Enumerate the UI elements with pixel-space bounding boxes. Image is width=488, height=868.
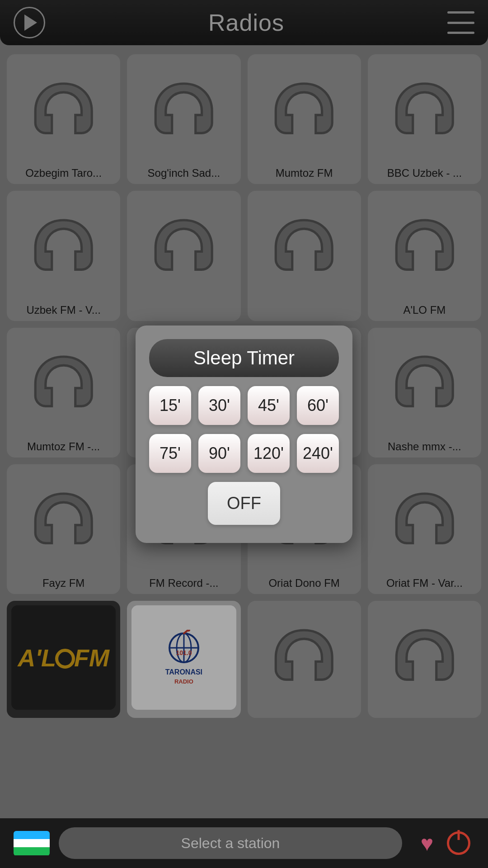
timer-45-button[interactable]: 45' [248, 386, 290, 425]
sleep-timer-modal: Sleep Timer 15' 30' 45' 60' 75' 90' 120'… [136, 326, 352, 543]
timer-15-button[interactable]: 15' [149, 386, 191, 425]
flag-stripe-green [14, 847, 50, 855]
flag-stripe-white [14, 839, 50, 847]
flag-uzbekistan [14, 831, 50, 856]
timer-off-button[interactable]: OFF [208, 482, 280, 525]
power-icon [447, 831, 470, 855]
timer-75-button[interactable]: 75' [149, 434, 191, 473]
select-station-button[interactable]: Select a station [59, 827, 402, 859]
timer-90-button[interactable]: 90' [198, 434, 240, 473]
timer-240-button[interactable]: 240' [297, 434, 339, 473]
heart-icon: ♥ [421, 831, 434, 856]
flag-stripe-blue [14, 831, 50, 839]
timer-row-1: 15' 30' 45' 60' [149, 386, 339, 425]
power-button[interactable] [443, 827, 474, 859]
favorite-button[interactable]: ♥ [411, 827, 443, 859]
timer-60-button[interactable]: 60' [297, 386, 339, 425]
sleep-timer-title: Sleep Timer [193, 347, 295, 368]
sleep-timer-overlay: Sleep Timer 15' 30' 45' 60' 75' 90' 120'… [0, 0, 488, 868]
timer-120-button[interactable]: 120' [248, 434, 290, 473]
timer-30-button[interactable]: 30' [198, 386, 240, 425]
sleep-timer-title-bar: Sleep Timer [149, 339, 339, 377]
bottom-bar: Select a station ♥ [0, 818, 488, 868]
timer-row-2: 75' 90' 120' 240' [149, 434, 339, 473]
